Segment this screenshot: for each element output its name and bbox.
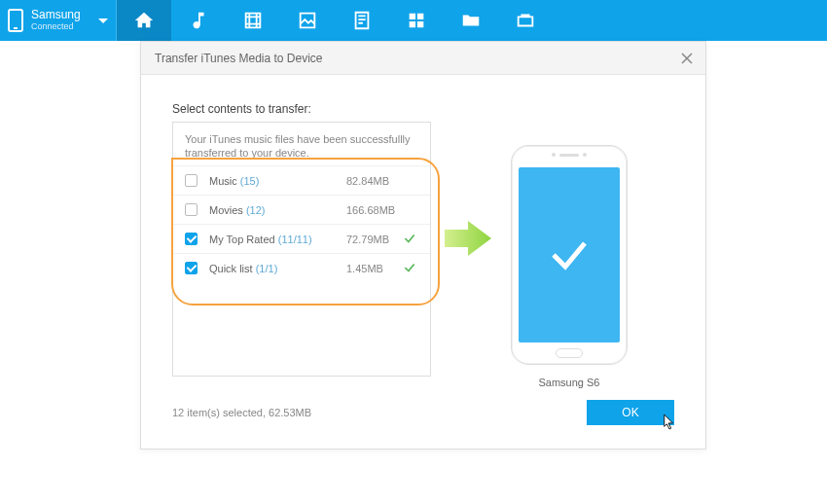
- row-count: (15): [240, 175, 260, 187]
- content-list-pane: Your iTunes music files have been succes…: [172, 122, 431, 377]
- selection-summary: 12 item(s) selected, 62.53MB: [172, 407, 311, 418]
- row-name: Movies (12): [209, 204, 346, 216]
- row-done-mark: [401, 261, 418, 276]
- row-name: Music (15): [209, 175, 346, 187]
- tab-home[interactable]: [117, 0, 171, 41]
- top-toolbar: Samsung Connected: [0, 0, 827, 41]
- row-count: (1/1): [256, 263, 278, 274]
- device-selector[interactable]: Samsung Connected: [0, 0, 117, 41]
- check-icon: [546, 232, 593, 278]
- transfer-arrow-icon: [445, 219, 493, 258]
- content-row[interactable]: Quick list (1/1)1.45MB: [173, 253, 430, 282]
- tab-contacts[interactable]: [335, 0, 389, 41]
- select-contents-label: Select contents to transfer:: [172, 102, 674, 116]
- toolbox-icon: [515, 10, 536, 31]
- device-status: Connected: [31, 20, 81, 32]
- checkbox[interactable]: [185, 203, 198, 216]
- transfer-status-message: Your iTunes music files have been succes…: [173, 132, 430, 160]
- phone-icon: [8, 9, 23, 32]
- close-icon: [681, 53, 693, 64]
- tab-video[interactable]: [226, 0, 280, 41]
- home-icon: [133, 10, 155, 31]
- row-size: 72.79MB: [346, 234, 401, 245]
- row-size: 166.68MB: [346, 204, 401, 216]
- tab-files[interactable]: [444, 0, 498, 41]
- check-icon: [403, 232, 416, 245]
- check-icon: [403, 261, 416, 274]
- row-count: (11/11): [278, 234, 312, 245]
- film-icon: [242, 10, 264, 31]
- row-name: Quick list (1/1): [209, 263, 346, 274]
- contacts-icon: [351, 10, 373, 31]
- apps-icon: [406, 10, 427, 31]
- ok-button-label: OK: [622, 406, 638, 419]
- chevron-down-icon: [98, 18, 108, 23]
- music-icon: [188, 10, 209, 31]
- cursor-icon: [663, 414, 676, 431]
- checkbox[interactable]: [185, 262, 198, 274]
- image-icon: [297, 10, 318, 31]
- close-button[interactable]: [678, 50, 696, 67]
- transfer-dialog: Transfer iTunes Media to Device Select c…: [140, 41, 706, 450]
- row-done-mark: [401, 232, 418, 247]
- device-name: Samsung: [31, 9, 81, 20]
- checkbox[interactable]: [185, 233, 198, 245]
- checkbox[interactable]: [185, 174, 198, 187]
- target-device-graphic: Samsung S6: [501, 145, 637, 388]
- main-canvas: Transfer iTunes Media to Device Select c…: [0, 41, 827, 504]
- content-row[interactable]: Music (15)82.84MB: [173, 165, 430, 195]
- row-name: My Top Rated (11/11): [209, 234, 346, 245]
- ok-button[interactable]: OK: [587, 400, 674, 425]
- content-row[interactable]: Movies (12)166.68MB: [173, 195, 430, 224]
- row-count: (12): [246, 204, 266, 216]
- dialog-title-text: Transfer iTunes Media to Device: [155, 52, 323, 65]
- tab-toolkit[interactable]: [498, 0, 553, 41]
- target-device-label: Samsung S6: [539, 377, 600, 388]
- tab-photos[interactable]: [280, 0, 335, 41]
- tab-music[interactable]: [171, 0, 226, 41]
- content-row[interactable]: My Top Rated (11/11)72.79MB: [173, 224, 430, 253]
- row-size: 1.45MB: [346, 263, 401, 274]
- row-size: 82.84MB: [346, 175, 401, 187]
- tab-apps[interactable]: [389, 0, 444, 41]
- dialog-titlebar: Transfer iTunes Media to Device: [141, 42, 705, 75]
- folder-icon: [460, 10, 482, 31]
